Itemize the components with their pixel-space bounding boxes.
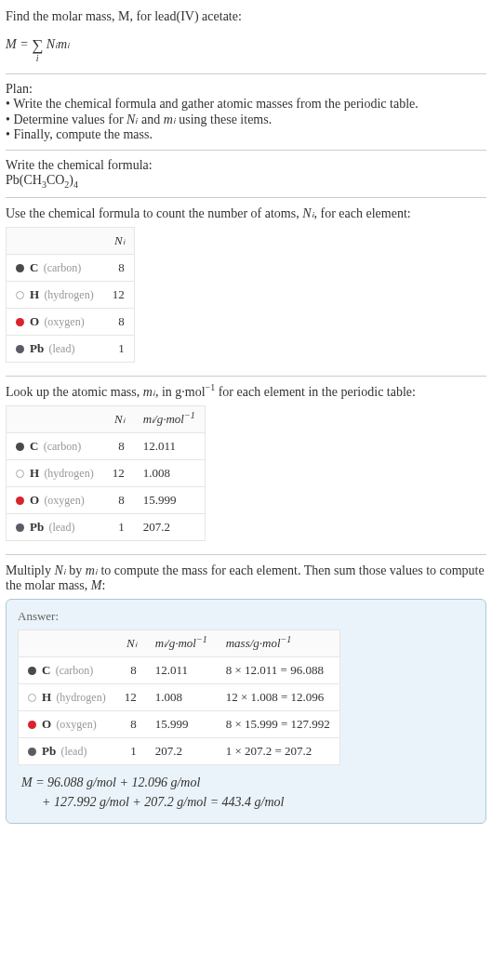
- final-line-2: + 127.992 g/mol + 207.2 g/mol = 443.4 g/…: [21, 792, 471, 812]
- sym-mi: mᵢ: [86, 563, 98, 577]
- intro-section: Find the molar mass, M, for lead(IV) ace…: [6, 4, 486, 72]
- cell-mass: 1 × 207.2 = 207.2: [217, 737, 340, 764]
- plan-bullet-2: • Determine values for Nᵢ and mᵢ using t…: [6, 112, 486, 127]
- sup-neg1: −1: [206, 382, 216, 392]
- table-row: O (oxygen) 8 15.999: [7, 486, 206, 513]
- cell-mi: 1.008: [146, 683, 217, 710]
- divider: [6, 554, 486, 555]
- elem-name: (carbon): [44, 440, 82, 453]
- table-row: Pb (lead) 1 207.2: [7, 513, 206, 540]
- cell-mi: 207.2: [134, 513, 206, 540]
- table-header-row: Nᵢ mᵢ/g·mol−1 mass/g·mol−1: [19, 629, 340, 656]
- sym-mi: mᵢ: [143, 385, 155, 399]
- elem-name: (hydrogen): [44, 467, 93, 480]
- answer-table: Nᵢ mᵢ/g·mol−1 mass/g·mol−1 C (carbon) 8 …: [18, 629, 340, 765]
- sym-M: M: [91, 578, 102, 592]
- mul-h-d: :: [101, 578, 105, 592]
- answer-label: Answer:: [18, 609, 474, 624]
- col-element: [19, 629, 115, 656]
- elem-sym: O: [30, 493, 39, 507]
- lookup-table: Nᵢ mᵢ/g·mol−1 C (carbon) 8 12.011 H (hyd…: [6, 405, 206, 541]
- table-row: O (oxygen) 8: [7, 308, 135, 335]
- sym-Nimi: Nᵢmᵢ: [47, 37, 70, 51]
- cell-Ni: 1: [115, 737, 146, 764]
- dot-icon: [28, 721, 36, 729]
- plan-b2-b: and: [138, 113, 163, 126]
- plan-bullet-3: • Finally, compute the mass.: [6, 127, 486, 142]
- dot-icon: [16, 443, 24, 451]
- cell-element: C (carbon): [19, 656, 115, 683]
- plan-b2-c: using these items.: [176, 113, 272, 126]
- elem-sym: C: [30, 260, 38, 274]
- divider: [6, 376, 486, 377]
- cell-Ni: 1: [103, 335, 135, 362]
- col-mass-text: mass/g·mol: [226, 636, 281, 650]
- table-row: O (oxygen) 8 15.999 8 × 15.999 = 127.992: [19, 710, 340, 737]
- col-element: [7, 405, 103, 432]
- cell-element: H (hydrogen): [19, 683, 115, 710]
- cell-Ni: 8: [115, 656, 146, 683]
- elem-name: (oxygen): [56, 718, 96, 731]
- divider: [6, 150, 486, 151]
- divider: [6, 197, 486, 198]
- cell-element: O (oxygen): [19, 710, 115, 737]
- cell-mi: 12.011: [134, 432, 206, 459]
- cell-Ni: 8: [103, 254, 135, 281]
- elem-sym: O: [42, 717, 51, 731]
- chem-heading: Write the chemical formula:: [6, 158, 486, 173]
- plan-section: Plan: • Write the chemical formula and g…: [6, 76, 486, 148]
- table-row: Pb (lead) 1 207.2 1 × 207.2 = 207.2: [19, 737, 340, 764]
- col-mi: mᵢ/g·mol−1: [146, 629, 217, 656]
- col-mi: mᵢ/g·mol−1: [134, 405, 206, 432]
- elem-name: (lead): [48, 342, 74, 355]
- elem-name: (lead): [60, 745, 86, 758]
- lookup-heading: Look up the atomic mass, mᵢ, in g·mol−1 …: [6, 384, 486, 400]
- count-heading: Use the chemical formula to count the nu…: [6, 205, 486, 221]
- col-element: [7, 227, 103, 254]
- sym-M: M: [6, 37, 17, 51]
- sigma-sub-i: i: [36, 53, 39, 63]
- dot-icon: [16, 470, 24, 478]
- multiply-section: Multiply Nᵢ by mᵢ to compute the mass fo…: [6, 557, 486, 835]
- cell-Ni: 8: [115, 710, 146, 737]
- cell-Ni: 8: [103, 486, 134, 513]
- elem-sym: H: [30, 466, 39, 480]
- cell-element: Pb (lead): [7, 513, 103, 540]
- cell-mi: 12.011: [146, 656, 217, 683]
- final-equation: M = 96.088 g/mol + 12.096 g/mol + 127.99…: [21, 773, 471, 812]
- elem-sym: Pb: [42, 744, 56, 758]
- table-row: C (carbon) 8 12.011 8 × 12.011 = 96.088: [19, 656, 340, 683]
- elem-sym: C: [42, 663, 50, 677]
- dot-icon: [16, 291, 24, 299]
- cell-mi: 15.999: [134, 486, 206, 513]
- elem-sym: O: [30, 314, 39, 328]
- lookup-h-a: Look up the atomic mass,: [6, 385, 143, 399]
- elem-sym: H: [42, 690, 51, 704]
- table-row: H (hydrogen) 12 1.008: [7, 459, 206, 486]
- chem-formula-section: Write the chemical formula: Pb(CH3CO2)4: [6, 152, 486, 195]
- sup-neg1: −1: [281, 633, 292, 643]
- cell-Ni: 8: [103, 432, 134, 459]
- cell-element: O (oxygen): [7, 486, 103, 513]
- lookup-h-c: for each element in the periodic table:: [215, 385, 416, 399]
- dot-icon: [16, 523, 24, 532]
- cell-Ni: 12: [115, 683, 146, 710]
- dot-icon: [28, 694, 36, 702]
- dot-icon: [16, 318, 24, 326]
- plan-bullet-1: • Write the chemical formula and gather …: [6, 97, 486, 112]
- cell-mi: 15.999: [146, 710, 217, 737]
- col-Ni: Nᵢ: [115, 629, 146, 656]
- cell-element: H (hydrogen): [7, 459, 103, 486]
- cell-mass: 12 × 1.008 = 12.096: [217, 683, 340, 710]
- elem-name: (carbon): [56, 664, 94, 677]
- cell-element: C (carbon): [7, 254, 103, 281]
- divider: [6, 73, 486, 74]
- cell-mass: 8 × 12.011 = 96.088: [217, 656, 340, 683]
- elem-name: (hydrogen): [56, 691, 105, 704]
- sym-Ni: Nᵢ: [55, 563, 66, 577]
- elem-sym: C: [30, 439, 38, 453]
- dot-icon: [16, 345, 24, 353]
- dot-icon: [16, 497, 24, 505]
- sup-neg1: −1: [184, 409, 195, 419]
- multiply-heading: Multiply Nᵢ by mᵢ to compute the mass fo…: [6, 563, 486, 593]
